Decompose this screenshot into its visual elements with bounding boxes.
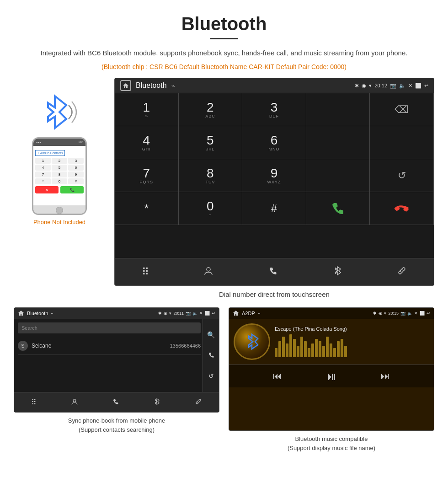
phonebook-app-title: Bluetooth — [27, 311, 48, 316]
phonebook-screen: Bluetooth ⌁ ✱◉▾ 20:11 📷🔈✕⬜↩ Search S — [14, 307, 219, 413]
phone-sidebar-icon[interactable] — [208, 351, 215, 360]
music-info-area: Escape (The Pina Colada Song) — [275, 326, 429, 357]
dial-call-red[interactable] — [370, 192, 434, 225]
dial-key-2[interactable]: 2ABC — [179, 93, 243, 126]
phonebook-caption: Sync phone-book from mobile phone(Suppor… — [64, 413, 170, 438]
dial-key-star[interactable]: * — [115, 192, 179, 225]
prev-track-button[interactable]: ⏮ — [273, 371, 282, 381]
link-svg — [397, 266, 407, 276]
phonebook-home-icon[interactable] — [18, 310, 24, 317]
pb-nav-bluetooth[interactable] — [153, 398, 160, 407]
play-pause-button[interactable]: ⏯ — [326, 370, 337, 383]
phone-svg — [268, 266, 278, 276]
contact-name: Seicane — [32, 343, 170, 349]
usb-icon: ⌁ — [171, 82, 175, 89]
phone-key-4[interactable]: 4 — [35, 165, 51, 171]
music-body: Escape (The Pina Colada Song) — [229, 319, 434, 365]
phone-key-5[interactable]: 5 — [52, 165, 67, 171]
music-home-icon[interactable] — [233, 310, 239, 317]
refresh-sidebar-icon[interactable]: ↺ — [208, 372, 214, 380]
dial-key-4[interactable]: 4GHI — [115, 126, 179, 159]
dial-key-3[interactable]: 3DEF — [242, 93, 306, 126]
phone-bottom — [33, 205, 85, 215]
phone-key-hash[interactable]: # — [68, 178, 84, 184]
nav-contacts-icon[interactable] — [203, 266, 213, 279]
svg-point-1 — [207, 268, 210, 271]
eq-bar-8 — [304, 341, 307, 357]
contact-row-seicane[interactable]: S Seicane 13566664466 — [18, 337, 201, 355]
phonebook-sidebar: 🔍 ↺ — [203, 319, 219, 392]
phone-key-star[interactable]: * — [35, 178, 51, 184]
bt-svg — [332, 266, 342, 276]
phone-not-included-label: Phone Not Included — [33, 219, 85, 225]
dial-call-green[interactable] — [306, 192, 370, 225]
volume-icon[interactable]: 🔈 — [399, 83, 405, 89]
music-screen: A2DP ⌁ ✱◉▾ 20:15 📷🔈✕⬜↩ — [229, 307, 434, 431]
home-icon[interactable] — [120, 80, 131, 91]
phone-key-1[interactable]: 1 — [35, 158, 51, 164]
svg-point-3 — [73, 399, 76, 402]
camera-icon[interactable]: 📷 — [390, 83, 396, 89]
svg-marker-2 — [336, 267, 341, 275]
phone-key-3[interactable]: 3 — [68, 158, 84, 164]
close-icon[interactable]: ✕ — [408, 83, 412, 89]
phone-add-contact-btn[interactable]: + Add to Contacts — [35, 150, 65, 156]
phone-key-6[interactable]: 6 — [68, 165, 84, 171]
pb-nav-phone[interactable] — [112, 398, 119, 407]
phone-end-call[interactable]: ✕ — [35, 186, 59, 193]
dial-empty-3 — [370, 126, 434, 159]
nav-bluetooth-icon[interactable] — [332, 266, 342, 279]
eq-bar-18 — [341, 339, 343, 357]
music-block: A2DP ⌁ ✱◉▾ 20:15 📷🔈✕⬜↩ — [229, 307, 434, 456]
nav-link-icon[interactable] — [397, 266, 407, 279]
pb-contacts-svg — [71, 398, 78, 405]
phone-key-2[interactable]: 2 — [52, 158, 67, 164]
dial-key-1[interactable]: 1∞ — [115, 93, 179, 126]
dial-key-5[interactable]: 5JKL — [179, 126, 243, 159]
dial-key-8[interactable]: 8TUV — [179, 159, 243, 192]
time-display: 20:12 — [374, 83, 387, 88]
signal-icon: ▾ — [369, 83, 372, 89]
eq-bar-14 — [326, 337, 329, 357]
phonebook-body: Search S Seicane 13566664466 🔍 — [14, 319, 219, 392]
call-red-icon — [394, 200, 410, 217]
dial-key-0[interactable]: 0+ — [179, 192, 243, 225]
contacts-svg — [203, 266, 213, 276]
dial-key-6[interactable]: 6MNO — [242, 126, 306, 159]
dial-redial[interactable]: ↺ — [370, 159, 434, 192]
phonebook-search-bar[interactable]: Search — [18, 322, 201, 333]
search-icon[interactable]: 🔍 — [207, 331, 215, 338]
pb-nav-contacts[interactable] — [71, 398, 78, 407]
phone-key-9[interactable]: 9 — [68, 172, 84, 177]
dial-key-hash[interactable]: # — [242, 192, 306, 225]
title-divider — [210, 38, 238, 39]
phone-home-button[interactable] — [56, 207, 63, 214]
phone-key-0[interactable]: 0 — [52, 178, 67, 184]
dial-backspace[interactable]: ⌫ — [370, 93, 434, 126]
eq-bar-11 — [315, 339, 318, 357]
dial-key-7[interactable]: 7PQRS — [115, 159, 179, 192]
nav-dialpad-icon[interactable]: ⠿ — [142, 266, 149, 278]
dial-empty-1 — [306, 93, 370, 126]
back-icon[interactable]: ↩ — [424, 83, 428, 89]
subtitle-text: Integrated with BC6 Bluetooth module, su… — [0, 48, 448, 61]
music-time: 20:15 — [388, 311, 399, 316]
phone-key-7[interactable]: 7 — [35, 172, 51, 177]
pb-nav-dialpad[interactable]: ⠿ — [31, 398, 37, 407]
nav-phone-icon[interactable] — [268, 266, 278, 279]
eq-bar-2 — [282, 337, 285, 357]
bottom-nav-bar: ⠿ — [115, 258, 434, 285]
screen-icon[interactable]: ⬜ — [415, 83, 421, 89]
dial-empty-2 — [306, 126, 370, 159]
eq-bar-9 — [308, 348, 310, 357]
dial-key-9[interactable]: 9WXYZ — [242, 159, 306, 192]
eq-bar-3 — [286, 343, 288, 357]
bt-status-icon: ✱ — [355, 83, 359, 89]
pb-nav-link[interactable] — [195, 398, 202, 407]
svg-marker-5 — [249, 334, 258, 349]
next-track-button[interactable]: ⏭ — [381, 371, 390, 381]
phone-key-8[interactable]: 8 — [52, 172, 67, 177]
phonebook-status-bar: Bluetooth ⌁ ✱◉▾ 20:11 📷🔈✕⬜↩ — [14, 308, 219, 319]
phone-call[interactable]: 📞 — [60, 186, 84, 193]
pb-link-svg — [195, 398, 202, 405]
